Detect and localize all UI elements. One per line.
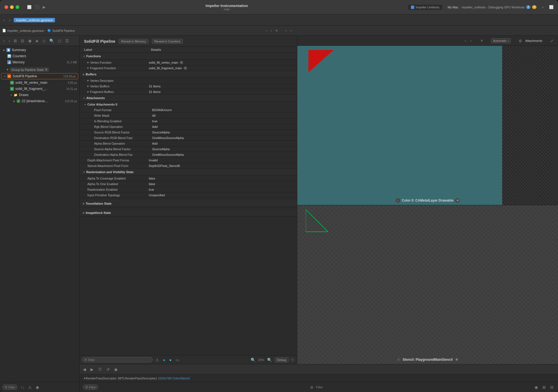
close-btn[interactable]: ✕ [274, 28, 279, 33]
filter-warning-icon[interactable]: ⚠ [154, 357, 160, 363]
render-pass-label: RenderPassDescriptor [86, 377, 117, 380]
sidebar-icon6[interactable]: 🔍 [48, 38, 55, 44]
ab-value: Add [152, 142, 158, 145]
section-rasterization[interactable]: ▼ Rasterization and Visibility State [80, 169, 297, 176]
refresh-icon[interactable]: ↻ [290, 358, 295, 362]
group-label-text: Group by Pipeline State [11, 68, 44, 71]
bt-icon3[interactable]: ⏱ [97, 367, 103, 372]
sidebar-icon7[interactable]: ◻ [57, 38, 63, 44]
section-buffers[interactable]: ▶ Buffers [80, 71, 297, 78]
sidebar-icon3[interactable]: ◉ [27, 38, 33, 44]
expand-icon[interactable]: ⤢ [549, 38, 555, 44]
sidebar-group-pipeline[interactable]: ▶ Group by Pipeline State ⇅ [0, 66, 79, 73]
attach-icon[interactable]: ⊛ [518, 38, 523, 44]
dp-value: Invalid [149, 159, 158, 162]
auto-dropdown[interactable]: Automatic › [491, 38, 511, 43]
filter-cyan-icon[interactable]: ● [168, 357, 173, 363]
bt-icon2[interactable]: ▶ [89, 367, 95, 372]
vf-info-icon[interactable]: i [180, 61, 183, 64]
stop-icon[interactable]: ⬛ [35, 5, 39, 9]
layout-icon[interactable]: ⬜ [549, 5, 554, 9]
sidebar-item-vertex[interactable]: S solid_fill_vertex_main 5.96 µs [0, 80, 79, 86]
bt-icon1[interactable]: ◀ [82, 367, 87, 372]
close-button[interactable] [4, 5, 8, 9]
grid-icon[interactable]: ⊞ [541, 384, 547, 390]
file-tab[interactable]: impeller_unittests.gputrace [14, 18, 55, 22]
reveal-memory-btn[interactable]: Reveal in Memory [119, 39, 149, 44]
content-split: SolidFill Pipeline Reveal in Memory Reve… [80, 36, 558, 364]
layout-icon2[interactable]: ⊟ [549, 384, 555, 390]
sidebar-icon8[interactable]: ☰ [64, 38, 70, 44]
bt-icon5[interactable]: ◉ [113, 367, 119, 372]
sidebar-back-icon[interactable]: ‹ [2, 38, 6, 44]
stencil-info-icon[interactable]: i [396, 357, 401, 362]
prev-btn[interactable]: ‹ [265, 28, 269, 33]
detail-scroll[interactable]: ▼ Functions ▶ Vertex Function solid_fill… [80, 53, 297, 355]
preview-nav-fwd[interactable]: › [469, 38, 473, 43]
section-functions[interactable]: ▼ Functions [80, 53, 297, 60]
sidebar-item-fragment[interactable]: S solid_fill_fragment_... 14.31 µs [0, 86, 79, 92]
filter-blue-icon[interactable]: ● [162, 357, 166, 363]
section-attachments[interactable]: ▼ Attachments [80, 95, 297, 102]
preview-icon[interactable]: ◉ [533, 384, 539, 390]
preview-close[interactable]: ✕ [479, 38, 484, 43]
filter-rect-icon[interactable]: ▭ [174, 357, 180, 363]
bottom-filter-label: Filter [89, 386, 96, 389]
sidebar-icon2[interactable]: ⊟ [20, 38, 25, 44]
next-btn[interactable]: › [270, 28, 273, 33]
ff-info-icon[interactable]: i [184, 66, 187, 70]
play-icon[interactable]: ▶ [43, 5, 45, 9]
filter-placeholder: Filter [88, 358, 95, 362]
color-info-icon[interactable]: i [396, 198, 400, 203]
sidebar-item-draw-item[interactable]: ▶ ● 22 [drawIndexe... 119.26 µs [0, 98, 79, 104]
sidebar-item-counters[interactable]: 📊 Counters [0, 53, 79, 59]
sidebar-filter[interactable]: ⊜ Filter [2, 384, 18, 390]
sidebar-icon1[interactable]: ⊞ [13, 38, 18, 44]
warning-icon[interactable]: ⚠ [27, 384, 33, 390]
section-tessellation[interactable]: ▶ Tessellation State [80, 200, 297, 207]
tab-unittests[interactable]: Impeller Unittests [408, 5, 442, 10]
preview-nav-back[interactable]: ‹ [464, 38, 467, 43]
sidebar-icon5[interactable]: ◇ [41, 38, 47, 44]
zoom-in-icon[interactable]: 🔍 [266, 357, 273, 363]
sidebar-toggle-icon[interactable]: ⬜ [27, 5, 32, 9]
debug-button[interactable]: Debug [275, 357, 289, 362]
footer-icon1[interactable]: ⊜ [309, 384, 315, 390]
detail-header: SolidFill Pipeline Reveal in Memory Reve… [80, 36, 297, 47]
sidebar-icon4[interactable]: ◈ [34, 38, 40, 44]
nav-forward-icon[interactable]: › [8, 17, 12, 23]
reveal-counters-btn[interactable]: Reveal in Counters [152, 39, 183, 44]
capture-icon[interactable]: ◉ [35, 384, 40, 390]
img-title: Imageblock State [86, 211, 111, 214]
sidebar-item-draws[interactable]: ▼ 📁 Draws [0, 92, 79, 98]
zoom-out-icon[interactable]: 🔍 [250, 357, 257, 363]
section-imageblock[interactable]: ▶ Imageblock State [80, 209, 297, 216]
stencil-gear-icon[interactable]: ⚙ [454, 357, 459, 362]
add-tab-icon[interactable]: ＋ [541, 5, 545, 10]
nav-back-icon[interactable]: ‹ [2, 17, 6, 23]
sort-asc-icon[interactable]: ↑↓ [19, 384, 25, 390]
back-nav[interactable]: ‹ [285, 28, 288, 33]
prop-alpha-coverage: Alpha To Coverage Enabled false [80, 176, 297, 181]
maximize-button[interactable] [16, 5, 19, 9]
color-gear-icon[interactable]: ⚙ [455, 198, 460, 203]
sidebar-fwd-icon[interactable]: › [8, 38, 11, 44]
bottom-filter-left[interactable]: ⊜ Filter [83, 384, 98, 390]
solidfill-time: 119.26 µs [63, 75, 76, 78]
pf-value: BGRA8Unorm [152, 108, 172, 112]
detail-filter-input[interactable]: ⊜ Filter [82, 357, 153, 362]
render-link[interactable]: 1024x768 Color/Stencil [158, 377, 190, 380]
solidfill-icon: R [7, 74, 11, 78]
fwd-nav[interactable]: › [290, 28, 293, 33]
bt-icon4[interactable]: ↺ [105, 367, 111, 372]
sidebar-item-memory[interactable]: 💾 Memory 31.3 MB [0, 59, 79, 65]
raster-expand-icon: ▼ [83, 171, 85, 173]
sr-value: SourceAlpha [152, 131, 170, 134]
sidebar-item-solidfill[interactable]: ▼ R SolidFill Pipeline 119.26 µs [1, 73, 78, 79]
titlebar-controls: ⬜ ⬛ ▶ [27, 5, 45, 9]
sidebar-item-summary[interactable]: ▶ 📋 Summary [0, 47, 79, 53]
ac-label: Alpha To Coverage Enabled [87, 177, 126, 180]
bottom-footer: ⊜ Filter ⊜ Filter ◉ ⊞ ⊟ [80, 382, 558, 392]
subsection-color-attach[interactable]: ▼ Color Attachments 0 [80, 102, 297, 107]
minimize-button[interactable] [10, 5, 14, 9]
